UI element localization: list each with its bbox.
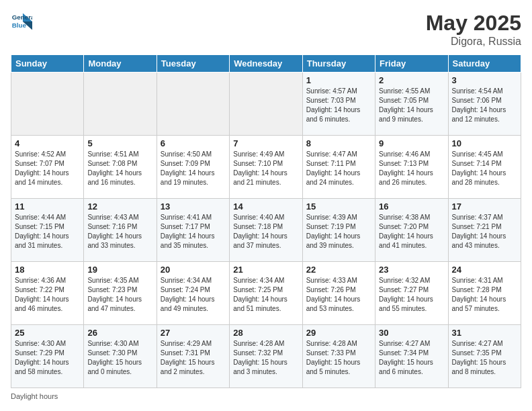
day-cell: 4Sunrise: 4:52 AM Sunset: 7:07 PM Daylig… <box>11 136 84 199</box>
day-number: 13 <box>161 201 226 212</box>
day-cell: 31Sunrise: 4:27 AM Sunset: 7:35 PM Dayli… <box>448 325 521 388</box>
day-info: Sunrise: 4:47 AM Sunset: 7:11 PM Dayligh… <box>306 150 371 187</box>
header: General Blue May 2025 Digora, Russia <box>11 11 521 48</box>
location-title: Digora, Russia <box>426 36 521 48</box>
day-info: Sunrise: 4:30 AM Sunset: 7:29 PM Dayligh… <box>15 339 80 377</box>
day-cell: 14Sunrise: 4:40 AM Sunset: 7:18 PM Dayli… <box>230 199 302 262</box>
day-number: 12 <box>87 201 152 212</box>
day-cell: 21Sunrise: 4:34 AM Sunset: 7:25 PM Dayli… <box>230 262 302 325</box>
day-number: 27 <box>161 328 226 338</box>
day-cell: 8Sunrise: 4:47 AM Sunset: 7:11 PM Daylig… <box>302 136 375 199</box>
svg-text:Blue: Blue <box>12 21 27 29</box>
day-cell: 22Sunrise: 4:33 AM Sunset: 7:26 PM Dayli… <box>302 262 375 325</box>
day-cell: 24Sunrise: 4:31 AM Sunset: 7:28 PM Dayli… <box>448 262 521 325</box>
day-number: 2 <box>379 75 444 85</box>
day-cell: 9Sunrise: 4:46 AM Sunset: 7:13 PM Daylig… <box>375 136 448 199</box>
day-info: Sunrise: 4:31 AM Sunset: 7:28 PM Dayligh… <box>452 276 517 314</box>
day-number: 23 <box>379 265 444 275</box>
day-info: Sunrise: 4:55 AM Sunset: 7:05 PM Dayligh… <box>379 87 444 124</box>
day-info: Sunrise: 4:38 AM Sunset: 7:20 PM Dayligh… <box>379 213 444 250</box>
day-info: Sunrise: 4:44 AM Sunset: 7:15 PM Dayligh… <box>15 213 80 250</box>
day-number: 31 <box>452 328 517 338</box>
day-cell <box>84 73 157 136</box>
logo-icon: General Blue <box>11 11 32 32</box>
day-info: Sunrise: 4:43 AM Sunset: 7:16 PM Dayligh… <box>87 213 152 250</box>
week-row-1: 1Sunrise: 4:57 AM Sunset: 7:03 PM Daylig… <box>11 73 521 136</box>
day-cell: 27Sunrise: 4:29 AM Sunset: 7:31 PM Dayli… <box>157 325 229 388</box>
day-number: 29 <box>306 328 371 338</box>
day-number: 5 <box>87 138 152 148</box>
day-info: Sunrise: 4:36 AM Sunset: 7:22 PM Dayligh… <box>15 276 80 314</box>
day-number: 25 <box>15 328 80 338</box>
day-info: Sunrise: 4:27 AM Sunset: 7:34 PM Dayligh… <box>379 339 444 377</box>
day-info: Sunrise: 4:32 AM Sunset: 7:27 PM Dayligh… <box>379 276 444 314</box>
weekday-header-friday: Friday <box>375 55 448 73</box>
day-cell: 7Sunrise: 4:49 AM Sunset: 7:10 PM Daylig… <box>230 136 302 199</box>
week-row-3: 11Sunrise: 4:44 AM Sunset: 7:15 PM Dayli… <box>11 199 521 262</box>
day-number: 8 <box>306 138 371 148</box>
day-info: Sunrise: 4:33 AM Sunset: 7:26 PM Dayligh… <box>306 276 371 314</box>
day-number: 28 <box>233 328 298 338</box>
day-number: 20 <box>161 265 226 275</box>
day-info: Sunrise: 4:50 AM Sunset: 7:09 PM Dayligh… <box>161 150 226 187</box>
day-number: 14 <box>233 201 298 212</box>
day-info: Sunrise: 4:34 AM Sunset: 7:24 PM Dayligh… <box>161 276 226 314</box>
weekday-header-sunday: Sunday <box>11 55 84 73</box>
week-row-5: 25Sunrise: 4:30 AM Sunset: 7:29 PM Dayli… <box>11 325 521 388</box>
week-row-2: 4Sunrise: 4:52 AM Sunset: 7:07 PM Daylig… <box>11 136 521 199</box>
day-cell <box>230 73 302 136</box>
month-title: May 2025 <box>426 11 521 36</box>
day-number: 7 <box>233 138 298 148</box>
day-number: 18 <box>15 265 80 275</box>
day-info: Sunrise: 4:51 AM Sunset: 7:08 PM Dayligh… <box>87 150 152 187</box>
day-info: Sunrise: 4:35 AM Sunset: 7:23 PM Dayligh… <box>87 276 152 314</box>
day-number: 21 <box>233 265 298 275</box>
day-number: 10 <box>452 138 517 148</box>
day-cell: 12Sunrise: 4:43 AM Sunset: 7:16 PM Dayli… <box>84 199 157 262</box>
day-info: Sunrise: 4:46 AM Sunset: 7:13 PM Dayligh… <box>379 150 444 187</box>
weekday-header-saturday: Saturday <box>448 55 521 73</box>
day-number: 9 <box>379 138 444 148</box>
page: General Blue May 2025 Digora, Russia Sun… <box>0 0 532 411</box>
day-info: Sunrise: 4:52 AM Sunset: 7:07 PM Dayligh… <box>15 150 80 187</box>
day-cell: 17Sunrise: 4:37 AM Sunset: 7:21 PM Dayli… <box>448 199 521 262</box>
title-block: May 2025 Digora, Russia <box>426 11 521 48</box>
day-info: Sunrise: 4:45 AM Sunset: 7:14 PM Dayligh… <box>452 150 517 187</box>
day-info: Sunrise: 4:49 AM Sunset: 7:10 PM Dayligh… <box>233 150 298 187</box>
day-number: 19 <box>87 265 152 275</box>
day-cell: 18Sunrise: 4:36 AM Sunset: 7:22 PM Dayli… <box>11 262 84 325</box>
day-cell <box>157 73 229 136</box>
calendar-table: SundayMondayTuesdayWednesdayThursdayFrid… <box>11 54 521 388</box>
day-info: Sunrise: 4:41 AM Sunset: 7:17 PM Dayligh… <box>161 213 226 250</box>
weekday-header-monday: Monday <box>84 55 157 73</box>
day-cell: 6Sunrise: 4:50 AM Sunset: 7:09 PM Daylig… <box>157 136 229 199</box>
day-cell: 30Sunrise: 4:27 AM Sunset: 7:34 PM Dayli… <box>375 325 448 388</box>
day-cell: 26Sunrise: 4:30 AM Sunset: 7:30 PM Dayli… <box>84 325 157 388</box>
day-cell: 5Sunrise: 4:51 AM Sunset: 7:08 PM Daylig… <box>84 136 157 199</box>
day-info: Sunrise: 4:29 AM Sunset: 7:31 PM Dayligh… <box>161 339 226 377</box>
day-number: 24 <box>452 265 517 275</box>
day-info: Sunrise: 4:37 AM Sunset: 7:21 PM Dayligh… <box>452 213 517 250</box>
day-cell: 10Sunrise: 4:45 AM Sunset: 7:14 PM Dayli… <box>448 136 521 199</box>
day-number: 11 <box>15 201 80 212</box>
day-cell: 23Sunrise: 4:32 AM Sunset: 7:27 PM Dayli… <box>375 262 448 325</box>
day-cell: 2Sunrise: 4:55 AM Sunset: 7:05 PM Daylig… <box>375 73 448 136</box>
weekday-header-tuesday: Tuesday <box>157 55 229 73</box>
daylight-note: Daylight hours <box>11 392 58 400</box>
day-info: Sunrise: 4:28 AM Sunset: 7:33 PM Dayligh… <box>306 339 371 377</box>
day-number: 1 <box>306 75 371 85</box>
day-cell: 20Sunrise: 4:34 AM Sunset: 7:24 PM Dayli… <box>157 262 229 325</box>
weekday-header-wednesday: Wednesday <box>230 55 302 73</box>
day-cell: 1Sunrise: 4:57 AM Sunset: 7:03 PM Daylig… <box>302 73 375 136</box>
day-number: 6 <box>161 138 226 148</box>
day-number: 3 <box>452 75 517 85</box>
day-number: 22 <box>306 265 371 275</box>
day-info: Sunrise: 4:34 AM Sunset: 7:25 PM Dayligh… <box>233 276 298 314</box>
day-cell: 15Sunrise: 4:39 AM Sunset: 7:19 PM Dayli… <box>302 199 375 262</box>
day-number: 16 <box>379 201 444 212</box>
day-number: 30 <box>379 328 444 338</box>
day-cell: 25Sunrise: 4:30 AM Sunset: 7:29 PM Dayli… <box>11 325 84 388</box>
day-number: 4 <box>15 138 80 148</box>
svg-text:General: General <box>12 13 32 21</box>
day-cell: 3Sunrise: 4:54 AM Sunset: 7:06 PM Daylig… <box>448 73 521 136</box>
